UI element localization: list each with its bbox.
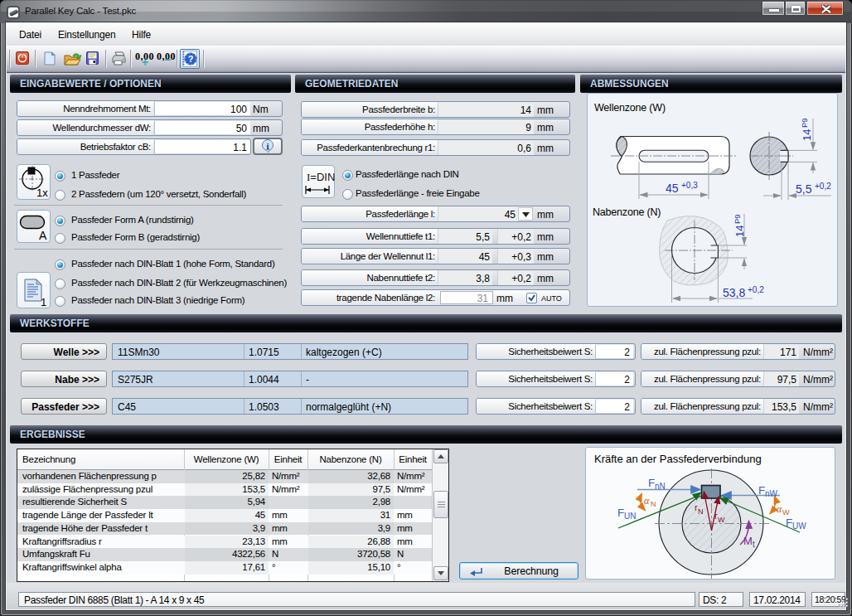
svg-text:P9: P9 (800, 118, 809, 128)
svg-text:M: M (743, 535, 753, 547)
svg-text:F: F (786, 517, 792, 529)
svg-text:W: W (718, 516, 725, 524)
svg-text:UN: UN (624, 512, 636, 521)
svg-text:N: N (651, 500, 656, 508)
svg-text:t: t (753, 540, 755, 549)
svg-text:45: 45 (666, 182, 679, 195)
svg-text:+0,2: +0,2 (748, 285, 764, 294)
svg-text:UW: UW (792, 521, 806, 531)
svg-text:53,8: 53,8 (723, 286, 745, 299)
svg-text:5,5: 5,5 (796, 182, 812, 196)
svg-text:nN: nN (655, 482, 666, 491)
svg-text:W: W (782, 508, 790, 517)
svg-text:α: α (777, 503, 782, 515)
svg-text:?: ? (188, 54, 194, 64)
svg-text:+0,2: +0,2 (815, 182, 831, 191)
svg-text:+0,3: +0,3 (681, 181, 698, 190)
svg-text:14: 14 (733, 226, 746, 237)
svg-text:N: N (698, 507, 704, 516)
svg-text:F: F (617, 507, 624, 519)
svg-text:P9: P9 (733, 214, 742, 224)
svg-text:F: F (648, 477, 655, 489)
svg-text:F: F (758, 484, 765, 497)
svg-text:nW: nW (765, 489, 778, 498)
svg-text:14: 14 (801, 129, 813, 141)
svg-text:α: α (644, 495, 650, 507)
svg-text:i: i (266, 141, 269, 151)
